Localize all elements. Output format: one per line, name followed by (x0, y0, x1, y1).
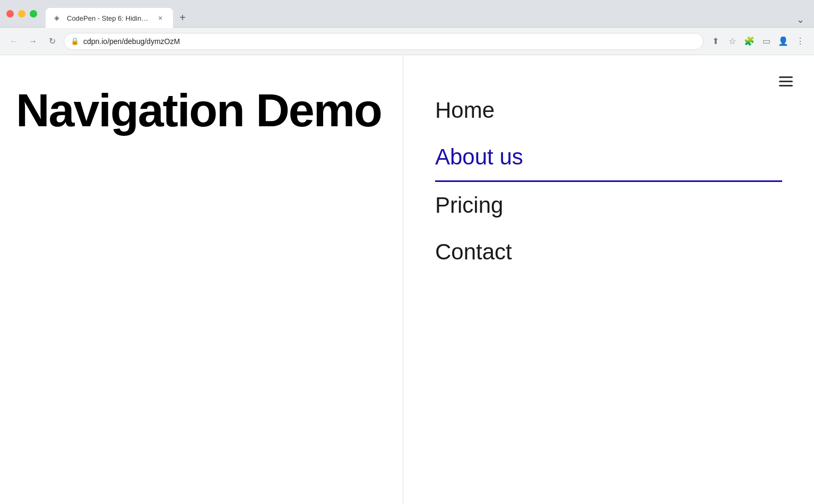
browser-frame: ◈ CodePen - Step 6: Hiding the l... × + … (0, 0, 814, 504)
bookmark-button[interactable]: ☆ (725, 34, 740, 49)
browser-nav-bar: ← → ↻ 🔒 cdpn.io/pen/debug/dymzOzM ⬆ ☆ 🧩 … (0, 28, 814, 55)
back-button[interactable]: ← (6, 34, 21, 49)
traffic-light-maximize[interactable] (30, 10, 37, 18)
hamburger-line-2 (779, 81, 793, 82)
tab-bar: ◈ CodePen - Step 6: Hiding the l... × + … (46, 0, 808, 27)
url-text: cdpn.io/pen/debug/dymzOzM (83, 37, 697, 46)
tab-dropdown-button[interactable]: ⌄ (793, 12, 808, 27)
active-tab[interactable]: ◈ CodePen - Step 6: Hiding the l... × (46, 8, 173, 28)
address-bar[interactable]: 🔒 cdpn.io/pen/debug/dymzOzM (64, 33, 704, 50)
nav-link-home[interactable]: Home (435, 87, 782, 134)
tab-title: CodePen - Step 6: Hiding the l... (67, 14, 152, 22)
content-area: Navigation Demo Home About us Pricing Co… (0, 55, 814, 504)
reload-button[interactable]: ↻ (45, 34, 59, 49)
lock-icon: 🔒 (71, 37, 79, 45)
share-icon: ⬆ (712, 36, 719, 46)
profile-icon: 👤 (778, 36, 789, 46)
hamburger-line-1 (779, 76, 793, 78)
nav-link-about[interactable]: About us (435, 134, 782, 182)
nav-panel: Home About us Pricing Contact (403, 55, 814, 504)
sidebar-icon: ▭ (763, 36, 770, 46)
traffic-light-close[interactable] (6, 10, 14, 18)
nav-link-contact[interactable]: Contact (435, 229, 782, 275)
main-content-panel: Navigation Demo (0, 55, 403, 504)
reload-icon: ↻ (49, 36, 56, 46)
chrome-menu-button[interactable]: ⋮ (793, 34, 808, 49)
profile-button[interactable]: 👤 (776, 34, 791, 49)
new-tab-button[interactable]: + (175, 10, 190, 25)
extensions-button[interactable]: 🧩 (742, 34, 757, 49)
nav-links: Home About us Pricing Contact (435, 87, 782, 275)
traffic-lights (6, 10, 37, 18)
back-icon: ← (10, 37, 18, 46)
traffic-light-minimize[interactable] (18, 10, 25, 18)
menu-icon: ⋮ (796, 36, 804, 46)
puzzle-icon: 🧩 (744, 36, 755, 46)
forward-button[interactable]: → (25, 34, 40, 49)
codepen-icon: ◈ (54, 14, 63, 22)
star-icon: ☆ (729, 36, 736, 46)
share-button[interactable]: ⬆ (708, 34, 723, 49)
hamburger-button[interactable] (779, 76, 793, 86)
browser-actions: ⬆ ☆ 🧩 ▭ 👤 ⋮ (708, 34, 808, 49)
tab-close-button[interactable]: × (156, 14, 164, 22)
forward-icon: → (29, 37, 37, 46)
title-bar: ◈ CodePen - Step 6: Hiding the l... × + … (0, 0, 814, 28)
hamburger-line-3 (779, 85, 793, 86)
page-title: Navigation Demo (16, 87, 382, 134)
nav-link-pricing[interactable]: Pricing (435, 182, 782, 229)
sidebar-button[interactable]: ▭ (759, 34, 774, 49)
